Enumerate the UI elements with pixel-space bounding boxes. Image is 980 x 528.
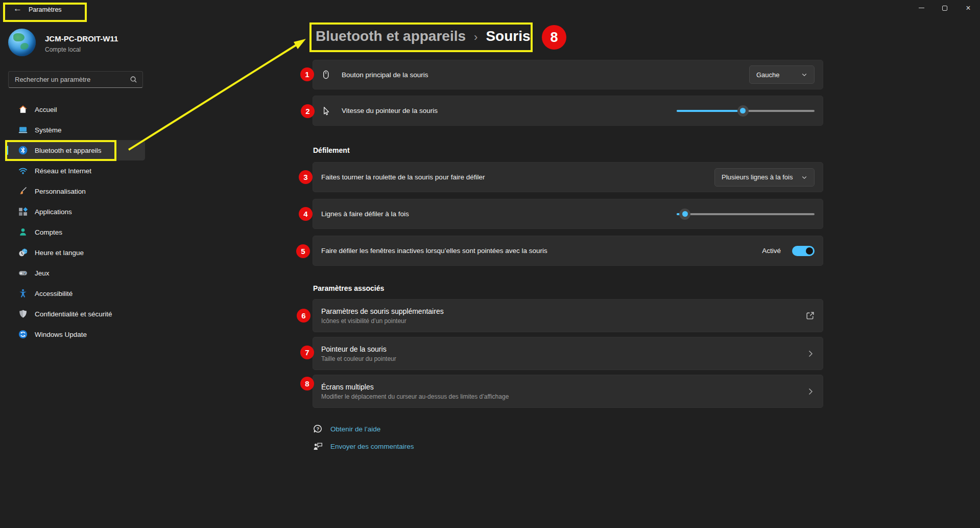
- annotation-badge-8: 8: [300, 377, 314, 391]
- annotation-badge-3: 3: [299, 170, 313, 184]
- feedback-icon: [313, 442, 323, 451]
- link-row-additional-mouse-settings[interactable]: Paramètres de souris supplémentaires Icô…: [313, 299, 823, 332]
- annotation-badge-4: 4: [299, 207, 313, 221]
- setting-label: Vitesse du pointeur de la souris: [342, 107, 438, 114]
- annotation-badge-header: 8: [542, 25, 566, 50]
- breadcrumb-parent[interactable]: Bluetooth et appareils: [316, 28, 466, 44]
- annotation-badge-7: 7: [300, 346, 314, 359]
- link-label: Envoyer des commentaires: [330, 443, 414, 450]
- window-controls: ×: [910, 0, 980, 16]
- send-feedback-link[interactable]: Envoyer des commentaires: [313, 440, 414, 453]
- sidebar-item-applications[interactable]: Applications: [6, 201, 145, 222]
- help-icon: ?: [313, 424, 323, 434]
- sidebar-item-comptes[interactable]: Comptes: [6, 222, 145, 242]
- slider-thumb[interactable]: [679, 209, 690, 220]
- wheel-scroll-dropdown[interactable]: Plusieurs lignes à la fois: [714, 168, 815, 187]
- accessibility-icon: [18, 289, 28, 298]
- setting-row-lines-to-scroll: Lignes à faire défiler à la fois: [313, 199, 823, 229]
- minimize-button[interactable]: [910, 0, 933, 16]
- breadcrumb-chevron-icon: ›: [474, 29, 477, 44]
- sidebar-nav: Accueil Système Bluetooth et appareils R…: [0, 99, 151, 345]
- sidebar-item-label: Heure et langue: [35, 249, 84, 257]
- setting-row-pointer-speed: Vitesse du pointeur de la souris: [313, 96, 823, 126]
- page-title: Souris: [486, 28, 530, 44]
- minimize-icon: [919, 8, 924, 8]
- sidebar-item-heure-et-langue[interactable]: Heure et langue: [6, 242, 145, 263]
- selected-indicator: [7, 146, 8, 155]
- home-icon: [18, 105, 28, 114]
- get-help-link[interactable]: ? Obtenir de l’aide: [313, 422, 414, 436]
- chevron-right-icon: [806, 387, 815, 396]
- sidebar-item-label: Accessibilité: [35, 290, 73, 297]
- privacy-icon: [18, 309, 28, 318]
- sidebar-item-windows-update[interactable]: Windows Update: [6, 324, 145, 345]
- back-button[interactable]: ←: [13, 4, 22, 14]
- account-avatar: [8, 29, 36, 56]
- annotation-badge-5: 5: [296, 244, 310, 258]
- slider-track[interactable]: [677, 213, 815, 215]
- sidebar-item-label: Système: [35, 126, 62, 134]
- games-icon: [18, 268, 28, 278]
- inactive-scroll-toggle[interactable]: [792, 246, 815, 256]
- setting-row-inactive-scroll: Faire défiler les fenêtres inactives lor…: [313, 236, 823, 266]
- external-link-icon: [806, 311, 815, 320]
- sidebar-item-label: Applications: [35, 208, 72, 216]
- sidebar-item-label: Personnalisation: [35, 188, 86, 195]
- maximize-icon: [942, 6, 947, 11]
- chevron-right-icon: [806, 350, 815, 358]
- sidebar-item-accueil[interactable]: Accueil: [6, 99, 145, 120]
- setting-label: Faites tourner la roulette de la souris …: [321, 173, 485, 181]
- sidebar-item-label: Jeux: [35, 269, 50, 277]
- sidebar-item-jeux[interactable]: Jeux: [6, 263, 145, 283]
- dropdown-value: Plusieurs lignes à la fois: [722, 173, 793, 181]
- account-name: JCM-PC-DROIT-W11: [45, 34, 118, 43]
- personalization-icon: [18, 187, 28, 196]
- sidebar-item-bluetooth-et-appareils[interactable]: Bluetooth et appareils: [6, 140, 145, 160]
- search-input[interactable]: [9, 76, 130, 83]
- breadcrumb: Bluetooth et appareils › Souris: [316, 28, 531, 44]
- sidebar-item-label: Confidentialité et sécurité: [35, 310, 112, 318]
- annotation-badge-6: 6: [297, 309, 310, 323]
- row-subtitle: Taille et couleur du pointeur: [321, 355, 396, 362]
- chevron-down-icon: [801, 72, 807, 78]
- sidebar-item-reseau-et-internet[interactable]: Réseau et Internet: [6, 160, 145, 181]
- row-title: Paramètres de souris supplémentaires: [321, 307, 444, 315]
- bluetooth-icon: [18, 146, 28, 155]
- slider-thumb[interactable]: [737, 105, 749, 117]
- lines-to-scroll-slider[interactable]: [677, 209, 815, 220]
- primary-button-dropdown[interactable]: Gauche: [749, 65, 815, 84]
- setting-row-wheel-scroll: Faites tourner la roulette de la souris …: [313, 162, 823, 192]
- link-row-mouse-pointer[interactable]: Pointeur de la souris Taille et couleur …: [313, 337, 823, 370]
- sidebar-item-systeme[interactable]: Système: [6, 120, 145, 140]
- link-label: Obtenir de l’aide: [330, 425, 380, 433]
- row-subtitle: Icônes et visibilité d’un pointeur: [321, 317, 444, 325]
- search-box[interactable]: [8, 71, 143, 88]
- pointer-speed-slider[interactable]: [677, 105, 815, 117]
- sidebar-item-label: Réseau et Internet: [35, 167, 91, 175]
- sidebar-item-label: Windows Update: [35, 331, 87, 338]
- setting-label: Bouton principal de la souris: [342, 71, 428, 79]
- toggle-state-label: Activé: [762, 247, 781, 255]
- section-header-scrolling: Défilement: [313, 146, 350, 154]
- link-row-multiple-displays[interactable]: Écrans multiples Modifier le déplacement…: [313, 375, 823, 408]
- row-title: Pointeur de la souris: [321, 345, 396, 353]
- close-button[interactable]: ×: [957, 0, 980, 16]
- sidebar-item-label: Comptes: [35, 228, 62, 236]
- maximize-button[interactable]: [933, 0, 957, 16]
- apps-icon: [18, 207, 28, 216]
- sidebar-item-accessibilite[interactable]: Accessibilité: [6, 283, 145, 304]
- svg-text:?: ?: [316, 426, 319, 431]
- chevron-down-icon: [801, 174, 807, 180]
- sidebar-item-personnalisation[interactable]: Personnalisation: [6, 181, 145, 201]
- setting-label: Faire défiler les fenêtres inactives lor…: [321, 247, 547, 255]
- toggle-knob: [806, 247, 813, 255]
- accounts-icon: [18, 227, 28, 237]
- row-title: Écrans multiples: [321, 383, 509, 391]
- mouse-icon: [321, 70, 330, 79]
- cursor-icon: [321, 106, 330, 116]
- annotation-badge-1: 1: [300, 67, 314, 81]
- help-links: ? Obtenir de l’aide Envoyer des commenta…: [313, 422, 414, 457]
- dropdown-value: Gauche: [756, 71, 780, 79]
- windows-update-icon: [18, 330, 28, 339]
- sidebar-item-confidentialite-et-securite[interactable]: Confidentialité et sécurité: [6, 304, 145, 324]
